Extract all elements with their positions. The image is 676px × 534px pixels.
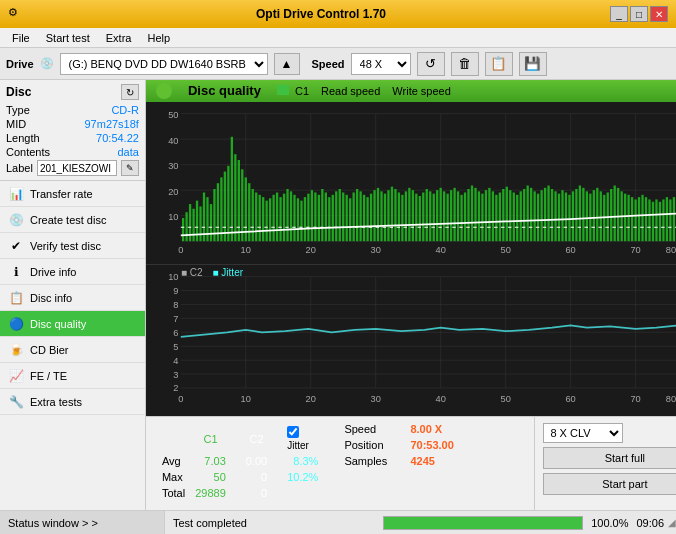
status-text: Test completed [165,517,383,529]
svg-rect-17 [192,209,194,241]
svg-rect-180 [146,265,676,416]
svg-rect-26 [224,171,226,241]
svg-rect-71 [380,191,382,241]
top-chart-svg: 50 40 30 20 10 56 X 48 X 40 X 32 X 24 X … [146,102,676,264]
progress-bar-container [383,516,583,530]
svg-rect-97 [471,185,473,241]
svg-rect-90 [446,194,448,242]
sidebar-item-create-test-disc[interactable]: 💿 Create test disc [0,207,145,233]
status-window-button[interactable]: Status window > > [0,511,165,535]
svg-rect-143 [631,197,633,241]
svg-rect-89 [443,191,445,241]
refresh-button[interactable]: ↺ [417,52,445,76]
svg-rect-65 [359,191,361,241]
erase-button[interactable]: 🗑 [451,52,479,76]
sidebar-item-fe-te[interactable]: 📈 FE / TE [0,363,145,389]
svg-rect-81 [415,194,417,242]
disc-label-input[interactable] [37,160,117,176]
sidebar-item-disc-info[interactable]: 📋 Disc info [0,285,145,311]
transfer-rate-icon: 📊 [8,186,24,202]
drive-select[interactable]: (G:) BENQ DVD DD DW1640 BSRB [60,53,268,75]
drive-eject-button[interactable]: ▲ [274,53,300,75]
sidebar-item-verify-test-disc[interactable]: ✔ Verify test disc [0,233,145,259]
sidebar-item-extra-tests[interactable]: 🔧 Extra tests [0,389,145,415]
menu-start-test[interactable]: Start test [38,30,98,46]
svg-text:8: 8 [173,300,178,310]
menu-extra[interactable]: Extra [98,30,140,46]
start-full-button[interactable]: Start full [543,447,676,469]
sidebar-item-drive-info[interactable]: ℹ Drive info [0,259,145,285]
svg-rect-141 [624,194,626,242]
close-button[interactable]: ✕ [650,6,668,22]
svg-rect-63 [352,192,354,241]
svg-text:30: 30 [370,245,380,255]
svg-rect-118 [544,188,546,241]
status-time: 09:06 [636,517,664,529]
sidebar-label-drive-info: Drive info [30,266,76,278]
svg-text:80 min: 80 min [666,394,676,404]
menu-bar: File Start test Extra Help [0,28,676,48]
progress-bar-fill [384,517,582,529]
svg-rect-52 [314,192,316,241]
format-button[interactable]: 📋 [485,52,513,76]
start-part-button[interactable]: Start part [543,473,676,495]
svg-rect-43 [283,194,285,242]
content-area: Disc quality C1 Read speed Write speed [146,80,676,510]
disc-refresh-button[interactable]: ↻ [121,84,139,100]
svg-rect-109 [513,192,515,241]
svg-rect-117 [540,190,542,241]
menu-help[interactable]: Help [139,30,178,46]
sidebar-item-disc-quality[interactable]: 🔵 Disc quality [0,311,145,337]
svg-rect-138 [613,185,615,241]
svg-rect-79 [408,188,410,241]
sidebar-item-transfer-rate[interactable]: 📊 Transfer rate [0,181,145,207]
svg-rect-58 [335,191,337,241]
svg-rect-84 [426,189,428,241]
avg-c2: 0.00 [242,454,271,468]
total-c2: 0 [242,486,271,500]
disc-label-edit-button[interactable]: ✎ [121,160,139,176]
svg-rect-50 [307,194,309,242]
svg-rect-153 [666,197,668,241]
sidebar-label-extra-tests: Extra tests [30,396,82,408]
drive-label: Drive [6,58,34,70]
disc-type-row: Type CD-R [6,104,139,116]
svg-rect-125 [568,195,570,241]
jitter-checkbox[interactable] [287,426,299,438]
svg-text:50: 50 [500,394,510,404]
speed-select[interactable]: 48 X [351,53,411,75]
disc-contents-row: Contents data [6,146,139,158]
maximize-button[interactable]: □ [630,6,648,22]
svg-rect-77 [401,195,403,241]
svg-text:2: 2 [173,384,178,394]
verify-test-disc-icon: ✔ [8,238,24,254]
sidebar-label-verify-test-disc: Verify test disc [30,240,101,252]
svg-text:0: 0 [178,394,183,404]
svg-rect-114 [530,188,532,241]
minimize-button[interactable]: _ [610,6,628,22]
svg-rect-144 [634,199,636,241]
fe-te-icon: 📈 [8,368,24,384]
svg-rect-34 [251,189,253,241]
svg-rect-112 [523,189,525,241]
speed-mode-select[interactable]: 8 X CLV [543,423,623,443]
stats-row-total: Total 29889 0 [158,486,322,500]
svg-rect-101 [485,190,487,241]
speed-control-area: 8 X CLV Start full Start part [534,417,676,510]
svg-rect-106 [502,189,504,241]
svg-rect-91 [450,190,452,241]
sidebar-label-create-test-disc: Create test disc [30,214,106,226]
menu-file[interactable]: File [4,30,38,46]
svg-text:20: 20 [306,394,316,404]
svg-rect-72 [384,194,386,242]
svg-rect-35 [255,192,257,241]
disc-mid-label: MID [6,118,26,130]
title-bar: ⚙ Opti Drive Control 1.70 _ □ ✕ [0,0,676,28]
svg-text:20: 20 [306,245,316,255]
sidebar-item-cd-bier[interactable]: 🍺 CD Bier [0,337,145,363]
svg-rect-123 [561,190,563,241]
svg-text:10: 10 [168,212,178,222]
save-button[interactable]: 💾 [519,52,547,76]
disc-panel: Disc ↻ Type CD-R MID 97m27s18f Length 70… [0,80,145,181]
max-label: Max [158,470,189,484]
